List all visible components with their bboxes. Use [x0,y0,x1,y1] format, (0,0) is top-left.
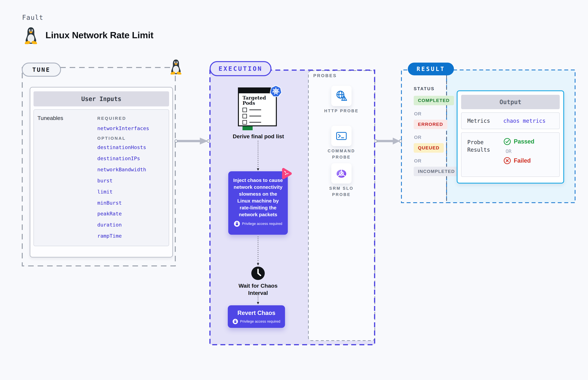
tuneable-link[interactable]: destinationHosts [97,144,146,150]
flow-connector [256,141,260,171]
targeted-pods-title: Targeted Pods [242,95,264,106]
list-line [249,110,261,110]
tuneable-link[interactable]: networkInterfaces [97,125,149,131]
command-probe-card [331,126,352,146]
command-probe-label: COMMAND PROBE [321,148,361,160]
or-label: OR [506,148,534,154]
x-circle-icon [503,157,511,165]
chaos-metrics-link[interactable]: chaos metrics [503,118,546,124]
arrow-tune-to-execution [175,137,210,145]
required-heading: REQUIRED [97,116,126,121]
or-label: OR [414,111,422,116]
srm-slo-probe-label: SRM SLO PROBE [321,185,361,198]
lock-icon [233,319,238,324]
tux-penguin-icon [23,26,39,44]
privilege-row: Privilege access required [228,221,288,227]
failed-label: Failed [514,157,531,164]
list-line [249,116,261,116]
kubernetes-icon [270,85,282,98]
revert-chaos-title: Revert Chaos [228,305,285,317]
globe-warning-icon [335,89,348,102]
passed-row: Passed [503,138,534,146]
tuneable-link[interactable]: burst [97,178,113,184]
inject-chaos-text: Inject chaos to cause network connectivi… [228,171,288,218]
privilege-label: Privilege access required [240,319,280,323]
pod-list-item [242,114,276,118]
status-badge-errored: ERRORED [414,120,447,129]
fault-eyebrow: Fault [22,14,43,21]
list-line [249,122,261,123]
tune-pill: TUNE [22,63,61,77]
checkbox-icon[interactable] [242,108,247,112]
fault-diagram-page: Fault Linux Network Rate Limit TUNE [0,0,588,380]
slo-donut-icon [335,167,348,180]
tuneable-link[interactable]: limit [97,189,113,195]
inject-chaos-step: Inject chaos to cause network connectivi… [228,171,288,235]
pod-list-item [242,120,276,125]
http-probe-label: HTTP PROBE [318,108,365,114]
privilege-row: Privilege access required [228,319,285,324]
output-title: Output [461,95,560,109]
check-circle-icon [503,138,511,146]
probe-results-label: Probe Results [467,139,503,176]
optional-heading: OPTIONAL [97,136,126,141]
status-heading: STATUS [414,86,435,91]
passed-label: Passed [514,138,534,145]
tuneable-link[interactable]: networkBandwidth [97,167,146,172]
flow-connector [256,290,260,305]
flow-connector [256,237,260,266]
lock-icon [234,221,240,227]
tuneable-link[interactable]: destinationIPs [97,155,140,161]
arrow-execution-to-result [374,137,402,145]
probes-heading: PROBES [313,73,337,78]
chaos-faults-icon [280,167,292,180]
metrics-row: Metrics chaos metrics [461,113,560,129]
output-card: Output Metrics chaos metrics Probe Resul… [457,90,564,184]
derive-pod-list-label: Derive final pod list [232,133,285,140]
privilege-label: Privilege access required [242,222,282,226]
user-inputs-title: User Inputs [34,91,169,106]
failed-row: Failed [503,157,534,165]
http-probe-card [331,86,352,106]
metrics-label: Metrics [467,118,503,124]
revert-chaos-step: Revert Chaos Privilege access required [228,305,285,328]
or-label: OR [414,158,422,164]
execution-pill: EXECUTION [210,61,272,76]
user-inputs-card: User Inputs Tuneables REQUIRED networkIn… [30,87,173,257]
tuneable-link[interactable]: minBurst [97,200,122,206]
pod-list-item [242,108,276,112]
or-label: OR [414,135,422,140]
srm-slo-probe-card [331,163,352,184]
status-badge-incompleted: INCOMPLETED [414,167,459,176]
terminal-icon [335,130,348,142]
tux-penguin-small-icon [169,59,182,75]
checkbox-icon[interactable] [242,114,247,118]
page-title: Linux Network Rate Limit [45,30,153,40]
tuneables-box: Tuneables REQUIRED networkInterfaces OPT… [34,109,169,246]
tuneable-link[interactable]: duration [97,222,122,228]
tuneables-label: Tuneables [38,115,63,121]
status-badge-completed: COMPLETED [414,96,454,105]
checkbox-icon[interactable] [242,120,247,125]
tuneable-link[interactable]: rampTime [97,233,122,239]
confirm-button[interactable] [242,126,253,130]
result-pill: RESULT [408,63,454,75]
tuneable-link[interactable]: peakRate [97,211,122,217]
status-badge-queued: QUEUED [414,143,444,153]
probe-results-row: Probe Results Passed OR Failed [461,133,560,177]
clock-icon [251,266,265,280]
